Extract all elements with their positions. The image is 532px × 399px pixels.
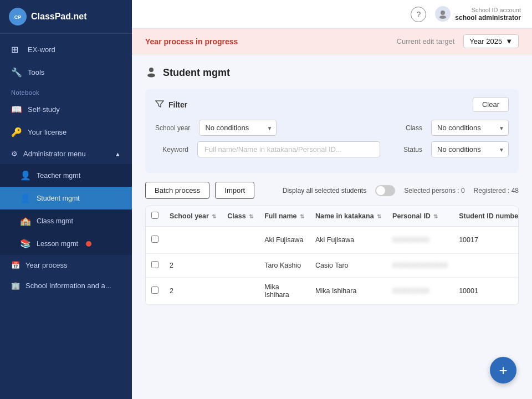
student-table-container: School year ⇅ Class ⇅ Full name ⇅ Name i… xyxy=(145,206,519,305)
sidebar-item-year-process-label: Year process xyxy=(25,261,67,269)
row-student-id: 10001 xyxy=(453,278,518,305)
lesson-notification-dot xyxy=(86,241,91,247)
svg-point-2 xyxy=(441,11,445,15)
sidebar-item-tools[interactable]: 🔧 Tools xyxy=(0,61,132,84)
sidebar-item-selfstudy[interactable]: 📖 Self-study xyxy=(0,98,132,121)
row-fullname: Aki Fujisawa xyxy=(259,227,310,254)
filter-section: Filter Clear School year No conditions C… xyxy=(145,89,519,173)
svg-point-5 xyxy=(147,74,155,78)
sidebar-item-student-mgmt[interactable]: 👤 Student mgmt xyxy=(0,187,132,209)
sidebar-item-student-mgmt-label: Student mgmt xyxy=(37,195,80,202)
table-row: 2 Mika Ishihara Mika Ishihara XXXXXXXX 1… xyxy=(146,278,518,305)
sidebar-section-notebook: Notebook xyxy=(0,84,132,98)
sidebar-item-exword[interactable]: ⊞ EX-word xyxy=(0,38,132,61)
app-name: ClassPad.net xyxy=(31,12,86,22)
select-all-checkbox[interactable] xyxy=(151,212,158,219)
sidebar-item-year-process[interactable]: 📅 Year process xyxy=(0,255,132,275)
license-icon: 🔑 xyxy=(11,127,22,137)
student-icon: 👤 xyxy=(20,193,31,203)
registered-label: Registered : 48 xyxy=(474,187,519,195)
year-select-value: Year 2025 xyxy=(469,37,502,45)
sidebar-nav: ⊞ EX-word 🔧 Tools Notebook 📖 Self-study … xyxy=(0,34,132,399)
display-toggle[interactable] xyxy=(375,185,395,196)
user-avatar-icon xyxy=(435,6,451,22)
school-year-label: School year xyxy=(155,124,190,132)
selfstudy-icon: 📖 xyxy=(11,104,22,115)
class-select[interactable]: No conditions xyxy=(431,120,509,136)
row-student-id xyxy=(453,254,518,278)
display-all-label: Display all selected students xyxy=(283,187,366,195)
class-select-wrapper: No conditions xyxy=(431,120,509,136)
filter-header: Filter Clear xyxy=(155,97,509,112)
status-select-wrapper: No conditions xyxy=(431,141,509,157)
row-class xyxy=(222,254,259,278)
admin-icon: ⚙ xyxy=(11,150,18,158)
user-details: School ID account school administrator xyxy=(455,6,521,23)
blurred-id: XXXXXXXXXXXX xyxy=(392,262,448,269)
svg-text:CP: CP xyxy=(14,14,22,20)
school-year-select[interactable]: No conditions xyxy=(199,120,277,136)
row-checkbox-col xyxy=(146,278,164,305)
year-process-banner: Year process in progress Current edit ta… xyxy=(132,29,532,54)
filter-row-1: School year No conditions Class No condi… xyxy=(155,120,509,136)
row-katakana: Casio Taro xyxy=(310,254,387,278)
action-bar: Batch process Import Display all selecte… xyxy=(145,182,519,199)
status-select[interactable]: No conditions xyxy=(431,141,509,157)
sidebar-item-teacher-mgmt[interactable]: 👤 Teacher mgmt xyxy=(0,164,132,187)
help-icon: ? xyxy=(416,10,421,19)
row-checkbox[interactable] xyxy=(151,236,158,243)
sidebar-admin-menu-header[interactable]: ⚙ Administrator menu ▲ xyxy=(0,144,132,164)
class-label: Class xyxy=(389,124,422,132)
sidebar-admin-menu-label: Administrator menu xyxy=(23,150,86,158)
row-student-id: 10017 xyxy=(453,227,518,254)
fab-add-button[interactable]: + xyxy=(490,357,516,383)
blurred-id: XXXXXXXX xyxy=(392,287,429,295)
page-content: Student mgmt Filter Clear School year xyxy=(132,54,532,399)
batch-process-button[interactable]: Batch process xyxy=(145,182,209,199)
keyword-label: Keyword xyxy=(155,146,188,154)
blurred-id: XXXXXXXX xyxy=(392,236,429,244)
clear-button[interactable]: Clear xyxy=(473,97,509,112)
teacher-icon: 👤 xyxy=(20,170,31,181)
sidebar-item-license-label: Your license xyxy=(28,128,66,136)
sidebar-item-selfstudy-label: Self-study xyxy=(28,105,60,114)
fab-plus-icon: + xyxy=(499,362,507,379)
row-checkbox[interactable] xyxy=(151,287,158,294)
row-class xyxy=(222,278,259,305)
chevron-up-icon: ▲ xyxy=(115,151,121,157)
sidebar-item-class-mgmt[interactable]: 🏫 Class mgmt xyxy=(0,209,132,232)
filter-icon xyxy=(155,99,164,110)
sidebar-item-license[interactable]: 🔑 Your license xyxy=(0,121,132,144)
col-school-year: School year ⇅ xyxy=(164,206,222,227)
current-edit-target-label: Current edit target xyxy=(397,37,455,45)
table-scroll: School year ⇅ Class ⇅ Full name ⇅ Name i… xyxy=(146,206,518,305)
user-info: School ID account school administrator xyxy=(435,6,521,23)
sidebar-logo[interactable]: CP ClassPad.net xyxy=(0,0,132,34)
sidebar: CP ClassPad.net ⊞ EX-word 🔧 Tools Notebo… xyxy=(0,0,132,399)
sidebar-item-lesson-mgmt[interactable]: 📚 Lesson mgmt xyxy=(0,232,132,255)
keyword-input[interactable] xyxy=(197,141,380,157)
student-table: School year ⇅ Class ⇅ Full name ⇅ Name i… xyxy=(146,206,518,305)
filter-title: Filter xyxy=(155,99,187,110)
table-body: Aki Fujisawa Aki Fujisawa XXXXXXXX 10017… xyxy=(146,227,518,305)
school-id-label: School ID account xyxy=(455,6,521,14)
status-label: Status xyxy=(389,146,422,154)
lesson-icon: 📚 xyxy=(20,238,31,249)
help-button[interactable]: ? xyxy=(411,7,426,22)
row-school-year: 2 xyxy=(164,278,222,305)
year-select-dropdown[interactable]: Year 2025 ▼ xyxy=(463,34,519,48)
toggle-knob xyxy=(376,186,385,195)
import-button[interactable]: Import xyxy=(215,182,254,199)
selected-persons-label: Selected persons : 0 xyxy=(404,187,464,195)
filter-row-2: Keyword Status No conditions xyxy=(155,141,509,157)
action-bar-right: Display all selected students Selected p… xyxy=(283,185,519,196)
topbar: ? School ID account school administrator xyxy=(132,0,532,29)
school-info-icon: 🏢 xyxy=(11,282,20,290)
exword-icon: ⊞ xyxy=(11,44,22,55)
sidebar-item-school-info[interactable]: 🏢 School information and a... xyxy=(0,275,132,296)
row-fullname: Taro Kashio xyxy=(259,254,310,278)
svg-point-4 xyxy=(149,68,154,72)
col-katakana: Name in katakana ⇅ xyxy=(310,206,387,227)
row-checkbox[interactable] xyxy=(151,261,158,268)
row-school-year xyxy=(164,227,222,254)
